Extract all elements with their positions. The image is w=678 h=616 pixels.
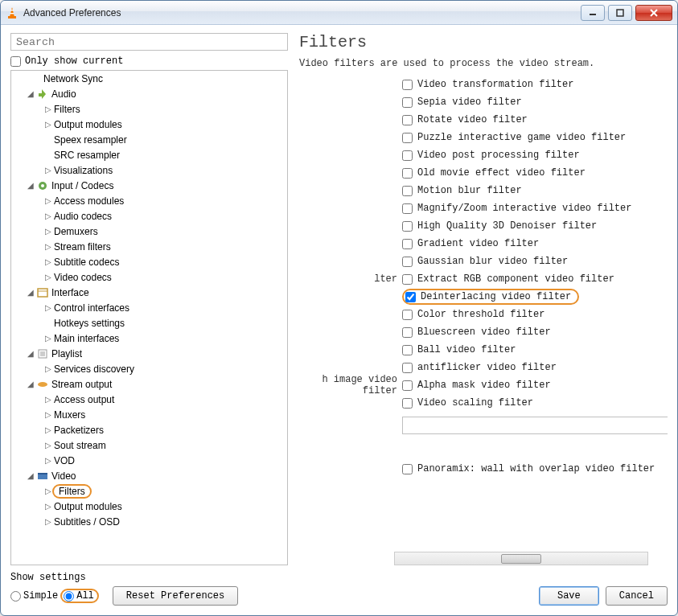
radio-simple-input[interactable] (10, 591, 21, 602)
filter-checkbox[interactable] (402, 464, 413, 474)
filter-checkbox[interactable] (402, 398, 413, 409)
filter-checkbox[interactable] (402, 380, 413, 391)
video-icon (36, 470, 49, 482)
horizontal-scrollbar[interactable] (394, 552, 648, 565)
tree-item-stream-filters[interactable]: ▷Stream filters (11, 239, 287, 254)
filter-checkbox[interactable] (402, 274, 413, 285)
expand-icon: ▷ (43, 196, 53, 205)
filter-checkbox[interactable] (402, 221, 413, 232)
filter-highlight: Deinterlacing video filter (402, 289, 579, 305)
show-settings-label: Show settings (10, 572, 238, 583)
tree-item-demuxers[interactable]: ▷Demuxers (11, 224, 287, 239)
tree-item-packetizers[interactable]: ▷Packetizers (11, 422, 287, 437)
search-input[interactable] (10, 33, 288, 51)
tree-item-video-codecs[interactable]: ▷Video codecs (11, 269, 287, 285)
tree-item-audio[interactable]: ◢Audio (11, 86, 287, 101)
input-icon (36, 180, 49, 191)
collapse-icon: ◢ (26, 380, 35, 388)
filter-checkbox[interactable] (402, 310, 413, 320)
filter-label: Color threshold filter (417, 309, 544, 320)
svg-point-16 (38, 382, 47, 387)
tree-item-stream-output[interactable]: ◢Stream output (11, 376, 287, 392)
preferences-window: Advanced Preferences Only show current N… (0, 0, 678, 616)
tree-item-speex[interactable]: Speex resampler (11, 132, 287, 147)
filter-label: Puzzle interactive game video filter (417, 132, 626, 143)
filter-checkbox[interactable] (402, 97, 413, 108)
tree-item-access-output[interactable]: ▷Access output (11, 392, 287, 407)
filter-checkbox[interactable] (402, 186, 413, 196)
tree-item-muxers[interactable]: ▷Muxers (11, 407, 287, 422)
tree-item-subtitles-osd[interactable]: ▷Subtitles / OSD (11, 514, 287, 529)
playlist-icon (36, 348, 49, 359)
close-button[interactable] (635, 5, 672, 21)
tree-item-interface[interactable]: ◢Interface (11, 285, 287, 300)
svg-rect-1 (8, 16, 16, 18)
cancel-button[interactable]: Cancel (606, 586, 668, 606)
only-show-current[interactable]: Only show current (10, 55, 288, 67)
filter-checkbox[interactable] (402, 345, 413, 355)
scrollbar-thumb[interactable] (501, 554, 541, 564)
filter-text-input[interactable] (402, 417, 668, 434)
filter-checkbox[interactable] (402, 203, 413, 214)
filter-leftlabel: h image video filter (298, 374, 402, 396)
expand-icon: ▷ (43, 425, 53, 434)
filter-label: Extract RGB component video filter (417, 273, 614, 285)
tree-item-video-filters[interactable]: ▷Filters (11, 483, 287, 499)
tree-item-hotkeys[interactable]: Hotkeys settings (11, 315, 287, 331)
category-tree[interactable]: Network Sync ◢Audio ▷Filters ▷Output mod… (10, 70, 288, 565)
save-button[interactable]: Save (539, 586, 599, 606)
collapse-icon: ◢ (26, 471, 35, 480)
audio-icon (36, 88, 49, 100)
filter-label: Video scaling filter (417, 397, 533, 409)
filter-checkbox[interactable] (402, 133, 413, 143)
tree-item-subtitle-codecs[interactable]: ▷Subtitle codecs (11, 254, 287, 269)
tree-item-audio-codecs[interactable]: ▷Audio codecs (11, 208, 287, 224)
filter-checkbox[interactable] (402, 168, 413, 179)
tree-item-access-modules[interactable]: ▷Access modules (11, 193, 287, 208)
tree-item-audio-filters[interactable]: ▷Filters (11, 101, 287, 117)
tree-item-control-interfaces[interactable]: ▷Control interfaces (11, 300, 287, 315)
tree-item-network-sync[interactable]: Network Sync (11, 71, 287, 86)
tree-item-services-discovery[interactable]: ▷Services discovery (11, 361, 287, 376)
tree-item-video[interactable]: ◢Video (11, 468, 287, 483)
reset-preferences-button[interactable]: Reset Preferences (113, 586, 238, 606)
filter-label: Gaussian blur video filter (417, 256, 568, 267)
filter-checkbox[interactable] (402, 363, 413, 373)
tree-item-sout-stream[interactable]: ▷Sout stream (11, 437, 287, 453)
tree-item-vod[interactable]: ▷VOD (11, 453, 287, 468)
filter-row: Panoramix: wall with overlap video filte… (298, 460, 668, 478)
radio-simple[interactable]: Simple (10, 590, 58, 602)
filter-label: Magnify/Zoom interactive video filter (417, 203, 631, 214)
tree-item-input[interactable]: ◢Input / Codecs (11, 178, 287, 193)
svg-rect-18 (38, 473, 47, 474)
filter-checkbox[interactable] (402, 257, 413, 267)
filter-scroll[interactable]: Video transformation filterSepia video f… (298, 74, 668, 565)
radio-all[interactable]: All (64, 590, 94, 602)
filter-checkbox[interactable] (402, 150, 413, 161)
tree-item-src[interactable]: SRC resampler (11, 147, 287, 162)
expand-icon: ▷ (43, 120, 53, 129)
minimize-button[interactable] (581, 5, 605, 21)
tree-item-audio-output[interactable]: ▷Output modules (11, 117, 287, 132)
filter-row: lterExtract RGB component video filter (298, 270, 668, 288)
expand-icon: ▷ (43, 211, 53, 220)
tree-item-visualizations[interactable]: ▷Visualizations (11, 162, 287, 178)
tree-item-video-output[interactable]: ▷Output modules (11, 499, 287, 514)
expand-icon: ▷ (43, 166, 53, 175)
filter-checkbox[interactable] (402, 80, 413, 90)
tree-item-main-interfaces[interactable]: ▷Main interfaces (11, 331, 287, 346)
filter-checkbox[interactable] (405, 292, 416, 302)
filter-row: Rotate video filter (298, 111, 668, 129)
svg-rect-5 (617, 10, 623, 16)
filter-checkbox[interactable] (402, 239, 413, 249)
only-show-current-checkbox[interactable] (10, 56, 21, 67)
tree-item-playlist[interactable]: ◢Playlist (11, 346, 287, 361)
titlebar[interactable]: Advanced Preferences (1, 1, 677, 25)
filter-label: Old movie effect video filter (417, 167, 586, 179)
maximize-button[interactable] (608, 5, 632, 21)
filter-row: Gaussian blur video filter (298, 253, 668, 270)
filter-checkbox[interactable] (402, 115, 413, 125)
radio-all-input[interactable] (64, 591, 74, 602)
filter-checkbox[interactable] (402, 327, 413, 338)
filter-row: Color threshold filter (298, 306, 668, 323)
